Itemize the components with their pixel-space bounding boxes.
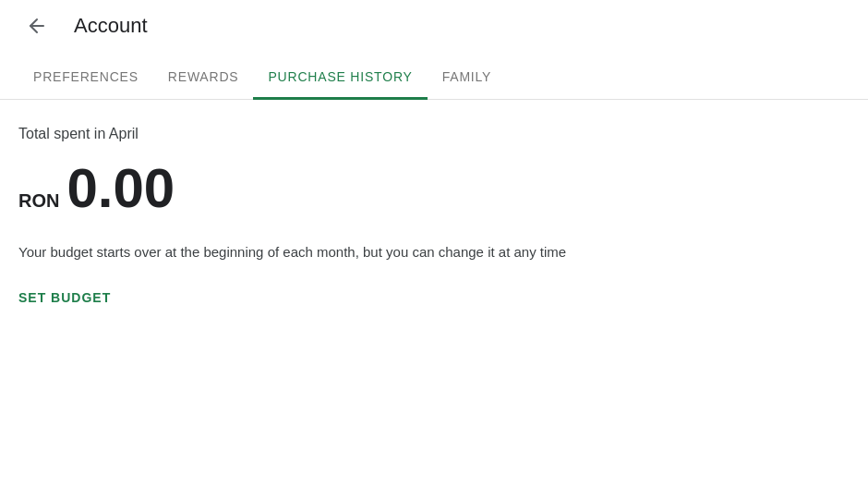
total-label: Total spent in April <box>18 126 850 142</box>
budget-info-text: Your budget starts over at the beginning… <box>18 242 850 263</box>
back-icon <box>26 15 48 37</box>
tab-family[interactable]: FAMILY <box>428 55 507 100</box>
set-budget-button[interactable]: SET BUDGET <box>18 290 111 305</box>
tab-preferences[interactable]: PREFERENCES <box>18 55 153 100</box>
tab-rewards[interactable]: REWARDS <box>153 55 254 100</box>
purchase-history-content: Total spent in April RON 0.00 Your budge… <box>0 100 868 328</box>
amount-row: RON 0.00 <box>18 161 850 216</box>
currency-label: RON <box>18 190 59 212</box>
back-button[interactable] <box>18 7 55 44</box>
tab-purchase-history[interactable]: PURCHASE HISTORY <box>253 55 427 100</box>
amount-value: 0.00 <box>66 161 175 216</box>
tabs-bar: PREFERENCES REWARDS PURCHASE HISTORY FAM… <box>0 52 868 100</box>
page-title: Account <box>74 14 148 38</box>
header: Account <box>0 0 868 52</box>
